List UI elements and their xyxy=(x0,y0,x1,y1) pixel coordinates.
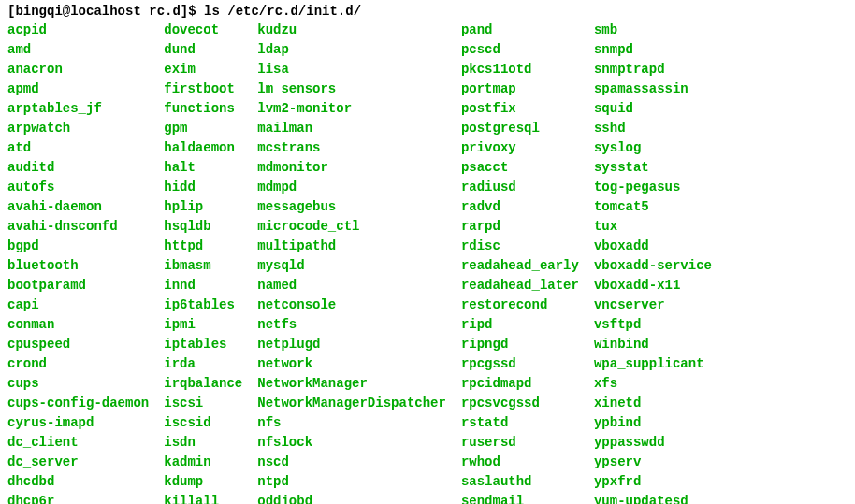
file-entry: multipathd xyxy=(257,237,446,256)
file-entry: mdmpd xyxy=(257,178,446,197)
shell-prompt: [bingqi@localhost rc.d]$ xyxy=(7,4,204,19)
file-entry: oddjobd xyxy=(257,492,446,504)
file-entry: rpcgssd xyxy=(461,354,579,374)
file-entry: ipmi xyxy=(164,315,242,335)
file-entry: apmd xyxy=(7,79,149,99)
file-entry: spamassassin xyxy=(594,79,712,99)
file-entry: sendmail xyxy=(461,492,579,504)
file-entry: yum-updatesd xyxy=(594,492,712,504)
file-entry: conman xyxy=(7,315,149,335)
file-entry: tux xyxy=(594,217,712,237)
file-entry: dc_server xyxy=(7,453,149,472)
file-entry: dhcp6r xyxy=(7,492,149,504)
file-entry: mdmonitor xyxy=(257,158,446,178)
file-entry: haldaemon xyxy=(164,138,242,158)
listing-column-1: acpidamdanacronapmdarptables_jfarpwatcha… xyxy=(7,21,149,504)
file-entry: netconsole xyxy=(257,295,446,315)
file-entry: vboxadd xyxy=(594,237,712,256)
directory-listing: acpidamdanacronapmdarptables_jfarpwatcha… xyxy=(7,21,848,504)
file-entry: NetworkManagerDispatcher xyxy=(257,394,446,413)
file-entry: iptables xyxy=(164,335,242,354)
file-entry: vncserver xyxy=(594,295,712,315)
file-entry: portmap xyxy=(461,79,579,99)
file-entry: xinetd xyxy=(594,394,712,413)
file-entry: winbind xyxy=(594,335,712,354)
file-entry: bgpd xyxy=(7,237,149,256)
file-entry: pand xyxy=(461,21,579,40)
file-entry: rstatd xyxy=(461,413,579,433)
file-entry: cups xyxy=(7,374,149,394)
file-entry: nfslock xyxy=(257,433,446,453)
listing-column-2: dovecotdundeximfirstbootfunctionsgpmhald… xyxy=(164,21,242,504)
file-entry: hidd xyxy=(164,178,242,197)
file-entry: mcstrans xyxy=(257,138,446,158)
file-entry: xfs xyxy=(594,374,712,394)
file-entry: irda xyxy=(164,354,242,374)
file-entry: atd xyxy=(7,138,149,158)
file-entry: acpid xyxy=(7,21,149,40)
file-entry: dund xyxy=(164,40,242,60)
shell-command: ls /etc/rc.d/init.d/ xyxy=(204,4,361,19)
file-entry: mysqld xyxy=(257,256,446,276)
file-entry: smb xyxy=(594,21,712,40)
file-entry: named xyxy=(257,276,446,295)
file-entry: hsqldb xyxy=(164,217,242,237)
file-entry: ypserv xyxy=(594,453,712,472)
file-entry: ldap xyxy=(257,40,446,60)
file-entry: iscsi xyxy=(164,394,242,413)
file-entry: postfix xyxy=(461,99,579,119)
file-entry: lisa xyxy=(257,60,446,79)
file-entry: netplugd xyxy=(257,335,446,354)
file-entry: netfs xyxy=(257,315,446,335)
file-entry: readahead_early xyxy=(461,256,579,276)
file-entry: sshd xyxy=(594,119,712,138)
file-entry: privoxy xyxy=(461,138,579,158)
file-entry: pcscd xyxy=(461,40,579,60)
file-entry: cpuspeed xyxy=(7,335,149,354)
file-entry: vsftpd xyxy=(594,315,712,335)
file-entry: exim xyxy=(164,60,242,79)
file-entry: ip6tables xyxy=(164,295,242,315)
file-entry: rpcsvcgssd xyxy=(461,394,579,413)
file-entry: postgresql xyxy=(461,119,579,138)
file-entry: saslauthd xyxy=(461,472,579,492)
file-entry: avahi-daemon xyxy=(7,197,149,217)
file-entry: kadmin xyxy=(164,453,242,472)
file-entry: ypxfrd xyxy=(594,472,712,492)
file-entry: snmpd xyxy=(594,40,712,60)
file-entry: psacct xyxy=(461,158,579,178)
file-entry: rdisc xyxy=(461,237,579,256)
file-entry: ripngd xyxy=(461,335,579,354)
terminal-prompt-line: [bingqi@localhost rc.d]$ ls /etc/rc.d/in… xyxy=(7,4,848,19)
file-entry: crond xyxy=(7,354,149,374)
file-entry: rarpd xyxy=(461,217,579,237)
file-entry: mailman xyxy=(257,119,446,138)
file-entry: kdump xyxy=(164,472,242,492)
file-entry: NetworkManager xyxy=(257,374,446,394)
file-entry: ntpd xyxy=(257,472,446,492)
file-entry: killall xyxy=(164,492,242,504)
file-entry: halt xyxy=(164,158,242,178)
file-entry: yppasswdd xyxy=(594,433,712,453)
listing-column-4: pandpcscdpkcs11otdportmappostfixpostgres… xyxy=(461,21,579,504)
file-entry: sysstat xyxy=(594,158,712,178)
file-entry: anacron xyxy=(7,60,149,79)
file-entry: firstboot xyxy=(164,79,242,99)
file-entry: rusersd xyxy=(461,433,579,453)
file-entry: innd xyxy=(164,276,242,295)
file-entry: rpcidmapd xyxy=(461,374,579,394)
file-entry: ripd xyxy=(461,315,579,335)
file-entry: auditd xyxy=(7,158,149,178)
file-entry: nfs xyxy=(257,413,446,433)
file-entry: bootparamd xyxy=(7,276,149,295)
file-entry: pkcs11otd xyxy=(461,60,579,79)
file-entry: rwhod xyxy=(461,453,579,472)
file-entry: capi xyxy=(7,295,149,315)
file-entry: restorecond xyxy=(461,295,579,315)
file-entry: arptables_jf xyxy=(7,99,149,119)
file-entry: irqbalance xyxy=(164,374,242,394)
file-entry: avahi-dnsconfd xyxy=(7,217,149,237)
file-entry: amd xyxy=(7,40,149,60)
file-entry: lm_sensors xyxy=(257,79,446,99)
file-entry: radiusd xyxy=(461,178,579,197)
